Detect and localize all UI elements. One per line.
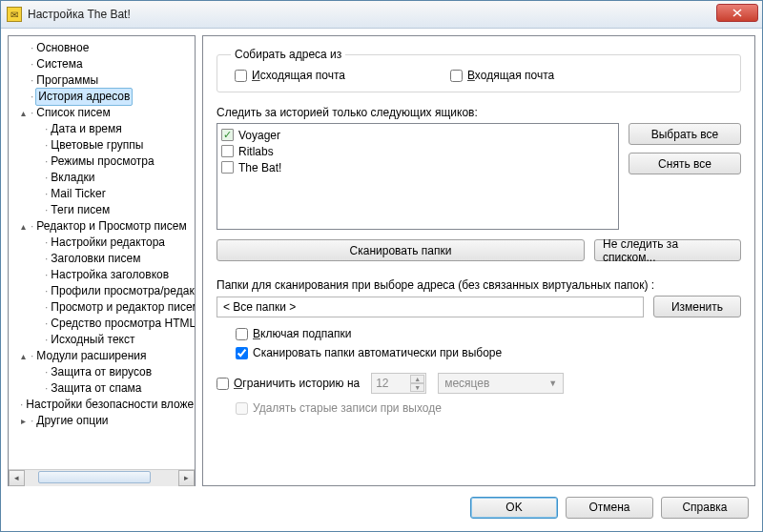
tree-item[interactable]: ·Режимы просмотра [12,153,193,170]
incoming-checkbox-input[interactable] [450,70,463,82]
mailbox-item[interactable]: Voyager [221,127,614,143]
limit-unit-combo[interactable]: месяцев ▼ [438,373,564,394]
outgoing-label: Исходящая почта [252,69,345,82]
mailbox-name: Voyager [238,129,280,142]
tree-item[interactable]: ·Дата и время [12,121,193,137]
outgoing-checkbox[interactable]: Исходящая почта [235,69,345,82]
limit-history-checkbox[interactable]: Ограничить историю на [217,377,360,390]
autoscan-checkbox[interactable]: Сканировать папки автоматически при выбо… [236,346,741,359]
tree-item[interactable]: ·Заголовки писем [12,251,193,267]
tree-item[interactable]: ·Защита от спама [12,380,193,397]
tree-item[interactable]: ·Просмотр и редактор писем [12,299,193,316]
settings-window: ✉ Настройка The Bat! ·Основное·Система·П… [0,0,763,532]
spinner-buttons: ▲ ▼ [410,375,424,392]
deselect-all-button[interactable]: Снять все [629,153,741,174]
tree-item-label: Список писем [35,105,111,121]
change-button[interactable]: Изменить [653,296,741,317]
mailbox-checkbox[interactable] [221,129,234,141]
tree-item[interactable]: ·Настройки редактора [12,235,193,251]
tree-item[interactable]: ·Средство просмотра HTML [12,316,193,332]
tree-toggle[interactable]: ▴ [18,348,29,364]
tree-item[interactable]: ·Профили просмотра/редактирования [12,283,193,299]
tree-item-label: Настройки безопасности вложений [25,397,195,413]
tree-item[interactable]: ·Исходный текст [12,332,193,348]
include-subfolders-checkbox[interactable]: Включая подпапки [236,327,741,340]
tree-item-label: Просмотр и редактор писем [50,299,195,316]
scan-options: Включая подпапки Сканировать папки автом… [236,327,741,359]
tree-item-label: Настройка заголовков [50,267,170,283]
tree-item[interactable]: ·Настройки безопасности вложений [12,397,193,413]
limit-value-spinner[interactable]: 12 ▲ ▼ [371,373,426,394]
tree-item-label: Редактор и Просмотр писем [35,218,187,235]
nav-tree[interactable]: ·Основное·Система·Программы·История адре… [9,36,195,469]
scroll-right-arrow[interactable]: ▸ [178,470,195,486]
tree-toggle[interactable]: ▸ [18,413,29,429]
folders-row: < Все папки > Изменить [217,296,741,317]
tree-hscrollbar[interactable]: ◂ ▸ [9,469,195,485]
tree-item-label: Режимы просмотра [50,153,155,170]
mailbox-item[interactable]: Ritlabs [221,143,614,159]
mailbox-checkbox[interactable] [221,145,234,157]
chevron-down-icon: ▼ [548,379,557,388]
close-icon [732,9,742,17]
tree-item[interactable]: ·Настройка заголовков [12,267,193,283]
tree-item[interactable]: ·История адресов [12,89,193,105]
folders-value[interactable]: < Все папки > [217,297,644,317]
close-button[interactable] [716,4,758,22]
ok-button[interactable]: OK [470,497,558,519]
tree-item[interactable]: ·Теги писем [12,202,193,218]
dialog-footer: OK Отмена Справка [1,493,762,531]
tree-item-label: Заголовки писем [50,251,141,267]
tree-item-label: Система [35,56,83,72]
spinner-down[interactable]: ▼ [410,383,424,392]
scroll-track[interactable] [25,470,178,486]
delete-old-checkbox[interactable]: Удалять старые записи при выходе [236,401,442,415]
include-subfolders-input[interactable] [236,328,248,340]
scroll-thumb[interactable] [38,471,151,483]
collect-legend: Собирать адреса из [231,48,345,61]
tree-item[interactable]: ·Вкладки [12,170,193,186]
tree-item[interactable]: ·Цветовые группы [12,137,193,153]
tree-item-label: Модули расширения [35,348,147,364]
autoscan-input[interactable] [236,347,248,359]
no-follow-button[interactable]: Не следить за списком... [594,239,741,261]
mailbox-list[interactable]: VoyagerRitlabsThe Bat! [217,123,619,230]
tree-item-label: Дата и время [50,121,122,137]
tree-item[interactable]: ▴·Список писем [12,105,193,121]
limit-history-label: Ограничить историю на [234,377,360,390]
window-title: Настройка The Bat! [28,8,131,21]
select-all-button[interactable]: Выбрать все [629,123,741,145]
tree-item-label: Профили просмотра/редактирования [50,283,195,299]
delete-old-option: Удалять старые записи при выходе [236,401,741,418]
tree-item[interactable]: ·Основное [12,40,193,56]
tree-item-label: Mail Ticker [50,186,106,202]
mailbox-item[interactable]: The Bat! [221,159,614,175]
limit-unit-label: месяцев [444,377,489,390]
tree-item[interactable]: ·Система [12,56,193,72]
scan-folders-button[interactable]: Сканировать папки [217,239,585,261]
tree-item[interactable]: ▴·Модули расширения [12,348,193,364]
cancel-button[interactable]: Отмена [566,497,653,519]
outgoing-checkbox-input[interactable] [235,70,247,82]
tree-item-label: Настройки редактора [50,235,166,251]
tree-toggle[interactable]: ▴ [18,105,29,121]
tree-item[interactable]: ▴·Редактор и Просмотр писем [12,218,193,235]
incoming-checkbox[interactable]: Входящая почта [450,69,554,82]
tree-item-label: Другие опции [35,413,109,429]
tree-item[interactable]: ·Mail Ticker [12,186,193,202]
tree-item-label: Теги писем [50,202,111,218]
tree-item-label: История адресов [35,88,133,106]
spinner-up[interactable]: ▲ [410,375,424,383]
tree-item-label: Вкладки [50,170,95,186]
limit-history-input[interactable] [217,378,229,390]
tree-item[interactable]: ▸·Другие опции [12,413,193,429]
mailbox-checkbox[interactable] [221,161,234,174]
watch-label: Следить за историей только следующих ящи… [217,106,741,119]
tree-item[interactable]: ·Защита от вирусов [12,364,193,380]
help-button[interactable]: Справка [661,497,749,519]
tree-item[interactable]: ·Программы [12,72,193,89]
scroll-left-arrow[interactable]: ◂ [9,470,25,486]
autoscan-label: Сканировать папки автоматически при выбо… [253,346,502,359]
tree-toggle[interactable]: ▴ [18,218,29,235]
mailbox-name: Ritlabs [238,145,274,158]
